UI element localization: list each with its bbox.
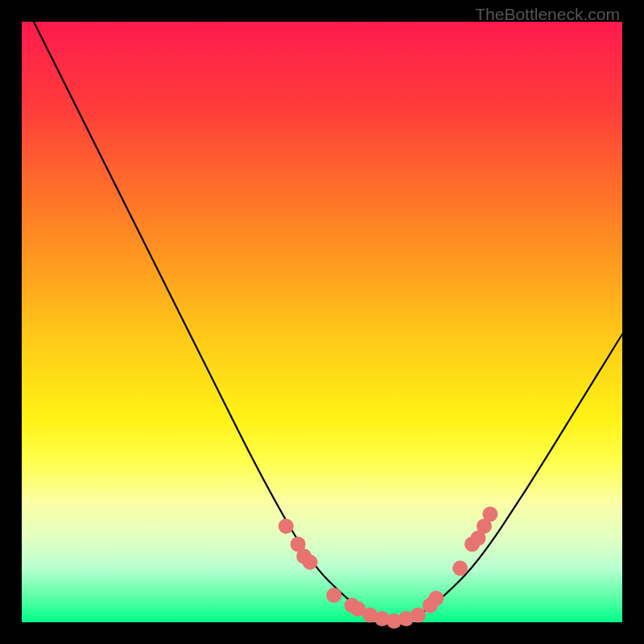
dot (326, 588, 341, 603)
dot (411, 608, 426, 623)
dot (428, 591, 444, 606)
dot (279, 518, 294, 534)
optimal-band-dots (279, 506, 498, 629)
dot (452, 560, 468, 576)
dot (482, 506, 497, 522)
chart-svg (22, 22, 622, 622)
chart-canvas: TheBottleneck.com (0, 0, 644, 644)
dot (303, 555, 318, 570)
bottleneck-curve (22, 0, 622, 621)
